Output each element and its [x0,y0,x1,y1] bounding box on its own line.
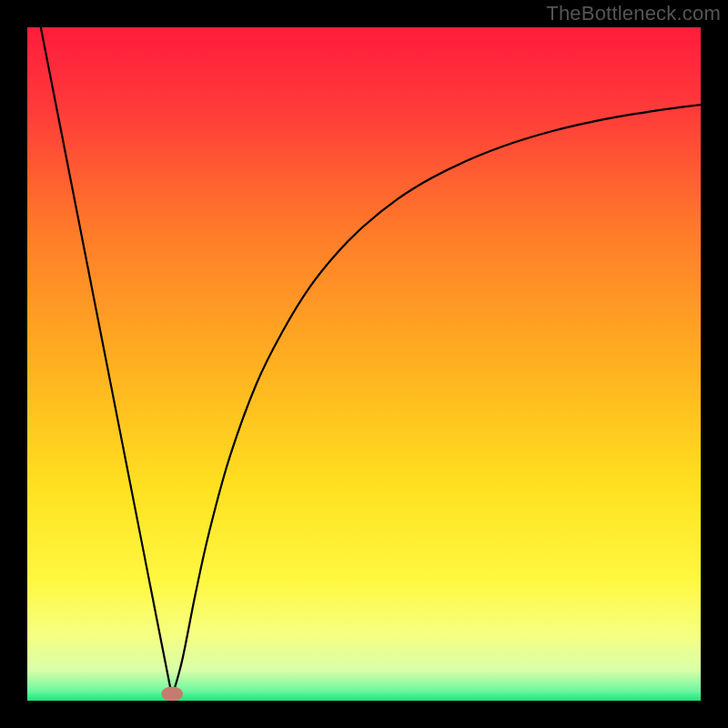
plot-area [27,27,701,701]
chart-frame: TheBottleneck.com [0,0,728,728]
chart-svg [27,27,701,701]
gradient-background [27,27,701,701]
watermark-text: TheBottleneck.com [546,2,721,25]
minimum-marker [161,686,183,701]
